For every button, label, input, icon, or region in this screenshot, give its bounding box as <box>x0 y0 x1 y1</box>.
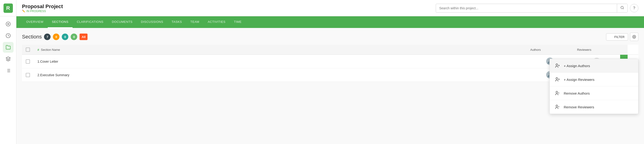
badge-orange: 0 <box>53 34 60 40</box>
project-title: Proposal Project <box>22 3 436 9</box>
filter-actions: FILTER <box>606 33 638 41</box>
sidebar-item-layers[interactable] <box>3 54 14 64</box>
svg-point-1 <box>8 23 9 25</box>
tab-documents[interactable]: DOCUMENTS <box>108 16 137 28</box>
sections-title: Sections <box>22 34 42 40</box>
badge-teal: 0 <box>62 34 68 40</box>
th-authors: Authors <box>526 45 573 55</box>
tab-team[interactable]: TEAM <box>186 16 204 28</box>
table-header-row: # Section Name Authors Reviewers <box>22 45 638 55</box>
tab-overview[interactable]: OVERVIEW <box>22 16 48 28</box>
row1-checkbox-cell <box>22 55 34 68</box>
main-content: Proposal Project ✏️ IN PROGRESS ? <box>16 0 644 144</box>
content-area: Sections 7 0 0 0 All FILTER <box>16 28 644 144</box>
row1-name: 1.Cover Letter <box>34 55 526 68</box>
sidebar-item-folder[interactable] <box>3 42 14 53</box>
header: Proposal Project ✏️ IN PROGRESS ? <box>16 0 644 16</box>
remove-reviewers-label: Remove Reviewers <box>564 105 594 109</box>
tab-activities[interactable]: ACTIVITIES <box>204 16 230 28</box>
th-section-name: Section Name <box>41 48 60 52</box>
th-actions <box>620 45 628 55</box>
tab-sections[interactable]: SECTIONS <box>48 16 72 28</box>
svg-marker-3 <box>6 57 10 59</box>
remove-authors-label: Remove Authors <box>564 91 590 95</box>
row2-checkbox-cell <box>22 68 34 82</box>
sections-table: # Section Name Authors Reviewers <box>22 45 638 82</box>
select-all-checkbox[interactable] <box>26 48 30 52</box>
table-row: 1.Cover Letter <box>22 55 638 68</box>
search-button[interactable] <box>617 4 628 12</box>
logo[interactable]: R <box>0 0 16 16</box>
pencil-icon: ✏️ <box>22 9 25 13</box>
sections-header: Sections 7 0 0 0 All FILTER <box>22 33 638 41</box>
search-input[interactable] <box>436 4 617 12</box>
sidebar-item-list[interactable] <box>3 65 14 76</box>
dropdown-item-assign-reviewers[interactable]: + Assign Reviewers <box>550 73 638 86</box>
svg-point-29 <box>556 91 558 93</box>
context-dropdown-menu: + Assign Authors + Assign Reviewers <box>550 59 638 114</box>
search-area: ? <box>436 4 638 13</box>
remove-reviewers-icon <box>554 104 560 110</box>
status-text: IN PROGRESS <box>26 9 46 13</box>
sidebar-nav <box>0 16 16 76</box>
assign-authors-label: + Assign Authors <box>564 64 590 68</box>
tab-time[interactable]: TIME <box>230 16 246 28</box>
table-wrapper: # Section Name Authors Reviewers <box>22 45 638 82</box>
dropdown-item-remove-authors[interactable]: Remove Authors <box>550 86 638 100</box>
svg-point-12 <box>634 36 635 37</box>
assign-authors-icon <box>554 63 560 68</box>
tab-tasks[interactable]: TASKS <box>167 16 186 28</box>
tabs-bar: OVERVIEW SECTIONS CLARIFICATIONS DOCUMEN… <box>16 16 644 28</box>
svg-point-10 <box>621 6 624 9</box>
row2-checkbox[interactable] <box>26 73 30 77</box>
search-box <box>436 4 628 13</box>
remove-authors-icon <box>554 91 560 96</box>
hash-icon: # <box>38 48 39 52</box>
tab-clarifications[interactable]: CLARIFICATIONS <box>72 16 108 28</box>
svg-point-0 <box>6 22 10 26</box>
sidebar-item-home[interactable] <box>3 19 14 29</box>
svg-point-26 <box>556 77 558 79</box>
help-button[interactable]: ? <box>630 4 638 12</box>
th-checkbox <box>22 45 34 55</box>
logo-icon: R <box>4 3 13 13</box>
th-reviewers: Reviewers <box>573 45 620 55</box>
project-info: Proposal Project ✏️ IN PROGRESS <box>22 3 436 13</box>
filter-label: FILTER <box>614 35 624 39</box>
th-hash: # Section Name <box>34 45 526 55</box>
tab-discussions[interactable]: DISCUSSIONS <box>137 16 167 28</box>
sidebar-item-clock[interactable] <box>3 30 14 41</box>
row2-name: 2.Executive Summary <box>34 68 526 82</box>
badge-green: 0 <box>71 34 77 40</box>
svg-point-23 <box>556 64 558 66</box>
dropdown-item-assign-authors[interactable]: + Assign Authors <box>550 59 638 73</box>
sidebar: R <box>0 0 16 144</box>
dropdown-item-remove-reviewers[interactable]: Remove Reviewers <box>550 100 638 114</box>
table-row: 2.Executive Summary <box>22 68 638 82</box>
assign-reviewers-icon <box>554 77 560 82</box>
badge-total: 7 <box>44 34 50 40</box>
filter-button[interactable]: FILTER <box>606 33 628 41</box>
gear-button[interactable] <box>630 33 638 41</box>
assign-reviewers-label: + Assign Reviewers <box>564 77 594 81</box>
project-status: ✏️ IN PROGRESS <box>22 9 436 13</box>
badge-all[interactable]: All <box>80 34 88 40</box>
row1-checkbox[interactable] <box>26 59 30 64</box>
svg-point-31 <box>556 105 558 107</box>
svg-line-11 <box>623 8 624 9</box>
